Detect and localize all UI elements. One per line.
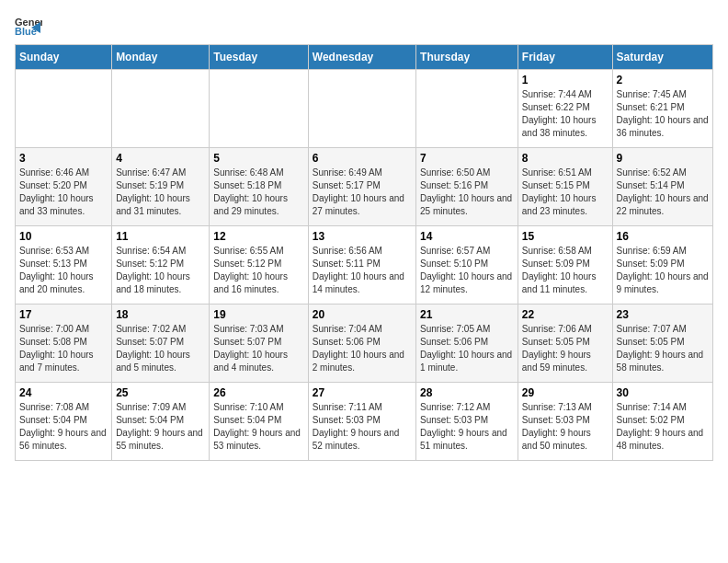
day-info: Sunrise: 7:45 AMSunset: 6:21 PMDaylight:… bbox=[617, 88, 709, 140]
day-info: Sunrise: 7:06 AMSunset: 5:05 PMDaylight:… bbox=[522, 323, 609, 374]
day-info: Sunrise: 6:47 AMSunset: 5:19 PMDaylight:… bbox=[116, 167, 205, 218]
logo-icon: General Blue bbox=[15, 15, 42, 37]
day-number: 20 bbox=[313, 308, 412, 321]
day-number: 25 bbox=[116, 386, 205, 399]
weekday-header-row: SundayMondayTuesdayWednesdayThursdayFrid… bbox=[16, 45, 713, 70]
day-info: Sunrise: 7:11 AMSunset: 5:03 PMDaylight:… bbox=[313, 401, 412, 453]
calendar-cell bbox=[308, 70, 415, 148]
calendar-cell: 14 Sunrise: 6:57 AMSunset: 5:10 PMDaylig… bbox=[416, 226, 518, 304]
day-info: Sunrise: 6:59 AMSunset: 5:09 PMDaylight:… bbox=[617, 245, 709, 296]
calendar-cell: 13 Sunrise: 6:56 AMSunset: 5:11 PMDaylig… bbox=[308, 226, 415, 304]
day-number: 6 bbox=[313, 152, 412, 165]
day-info: Sunrise: 7:02 AMSunset: 5:07 PMDaylight:… bbox=[116, 323, 205, 374]
calendar-cell: 4 Sunrise: 6:47 AMSunset: 5:19 PMDayligh… bbox=[112, 148, 210, 226]
day-number: 14 bbox=[420, 230, 514, 243]
day-info: Sunrise: 6:54 AMSunset: 5:12 PMDaylight:… bbox=[116, 245, 205, 296]
calendar-cell bbox=[112, 70, 210, 148]
calendar-cell: 21 Sunrise: 7:05 AMSunset: 5:06 PMDaylig… bbox=[416, 304, 518, 383]
calendar-cell: 9 Sunrise: 6:52 AMSunset: 5:14 PMDayligh… bbox=[612, 148, 712, 226]
calendar-cell: 30 Sunrise: 7:14 AMSunset: 5:02 PMDaylig… bbox=[612, 383, 712, 461]
calendar-cell: 8 Sunrise: 6:51 AMSunset: 5:15 PMDayligh… bbox=[518, 148, 612, 226]
calendar-cell: 16 Sunrise: 6:59 AMSunset: 5:09 PMDaylig… bbox=[612, 226, 712, 304]
day-number: 8 bbox=[522, 152, 609, 165]
day-number: 22 bbox=[522, 308, 609, 321]
calendar-cell: 18 Sunrise: 7:02 AMSunset: 5:07 PMDaylig… bbox=[112, 304, 210, 383]
day-number: 1 bbox=[522, 74, 609, 86]
calendar-cell bbox=[416, 70, 518, 148]
page-header: General Blue bbox=[15, 15, 713, 37]
calendar-week-2: 3 Sunrise: 6:46 AMSunset: 5:20 PMDayligh… bbox=[16, 148, 713, 226]
day-info: Sunrise: 6:52 AMSunset: 5:14 PMDaylight:… bbox=[617, 167, 709, 218]
day-number: 19 bbox=[213, 308, 303, 321]
day-info: Sunrise: 6:49 AMSunset: 5:17 PMDaylight:… bbox=[313, 167, 412, 218]
day-number: 23 bbox=[617, 308, 709, 321]
day-number: 24 bbox=[19, 386, 108, 399]
day-number: 9 bbox=[617, 152, 709, 165]
calendar-cell: 12 Sunrise: 6:55 AMSunset: 5:12 PMDaylig… bbox=[210, 226, 308, 304]
day-number: 12 bbox=[213, 230, 303, 243]
day-info: Sunrise: 7:00 AMSunset: 5:08 PMDaylight:… bbox=[19, 323, 108, 374]
day-number: 4 bbox=[116, 152, 205, 165]
calendar-cell: 26 Sunrise: 7:10 AMSunset: 5:04 PMDaylig… bbox=[210, 383, 308, 461]
day-info: Sunrise: 6:57 AMSunset: 5:10 PMDaylight:… bbox=[420, 245, 514, 296]
calendar-cell: 28 Sunrise: 7:12 AMSunset: 5:03 PMDaylig… bbox=[416, 383, 518, 461]
day-info: Sunrise: 7:04 AMSunset: 5:06 PMDaylight:… bbox=[313, 323, 412, 374]
day-info: Sunrise: 6:50 AMSunset: 5:16 PMDaylight:… bbox=[420, 167, 514, 218]
weekday-header-wednesday: Wednesday bbox=[308, 45, 415, 70]
day-info: Sunrise: 6:53 AMSunset: 5:13 PMDaylight:… bbox=[19, 245, 108, 296]
calendar-cell: 20 Sunrise: 7:04 AMSunset: 5:06 PMDaylig… bbox=[308, 304, 415, 383]
day-info: Sunrise: 7:13 AMSunset: 5:03 PMDaylight:… bbox=[522, 401, 609, 453]
calendar-week-5: 24 Sunrise: 7:08 AMSunset: 5:04 PMDaylig… bbox=[16, 383, 713, 461]
calendar-cell: 1 Sunrise: 7:44 AMSunset: 6:22 PMDayligh… bbox=[518, 70, 612, 148]
day-info: Sunrise: 7:03 AMSunset: 5:07 PMDaylight:… bbox=[213, 323, 303, 374]
day-number: 5 bbox=[213, 152, 303, 165]
calendar-cell: 23 Sunrise: 7:07 AMSunset: 5:05 PMDaylig… bbox=[612, 304, 712, 383]
calendar-cell: 17 Sunrise: 7:00 AMSunset: 5:08 PMDaylig… bbox=[16, 304, 112, 383]
weekday-header-tuesday: Tuesday bbox=[210, 45, 308, 70]
day-number: 13 bbox=[313, 230, 412, 243]
day-number: 15 bbox=[522, 230, 609, 243]
day-info: Sunrise: 7:05 AMSunset: 5:06 PMDaylight:… bbox=[420, 323, 514, 374]
weekday-header-saturday: Saturday bbox=[612, 45, 712, 70]
day-number: 18 bbox=[116, 308, 205, 321]
calendar-cell: 25 Sunrise: 7:09 AMSunset: 5:04 PMDaylig… bbox=[112, 383, 210, 461]
calendar-cell: 10 Sunrise: 6:53 AMSunset: 5:13 PMDaylig… bbox=[16, 226, 112, 304]
logo: General Blue bbox=[15, 15, 46, 37]
calendar-cell: 27 Sunrise: 7:11 AMSunset: 5:03 PMDaylig… bbox=[308, 383, 415, 461]
calendar-cell: 7 Sunrise: 6:50 AMSunset: 5:16 PMDayligh… bbox=[416, 148, 518, 226]
calendar-cell: 6 Sunrise: 6:49 AMSunset: 5:17 PMDayligh… bbox=[308, 148, 415, 226]
day-number: 21 bbox=[420, 308, 514, 321]
day-number: 7 bbox=[420, 152, 514, 165]
day-info: Sunrise: 7:08 AMSunset: 5:04 PMDaylight:… bbox=[19, 401, 108, 453]
svg-text:Blue: Blue bbox=[15, 26, 37, 37]
day-info: Sunrise: 7:44 AMSunset: 6:22 PMDaylight:… bbox=[522, 88, 609, 140]
day-info: Sunrise: 6:48 AMSunset: 5:18 PMDaylight:… bbox=[213, 167, 303, 218]
calendar-cell: 19 Sunrise: 7:03 AMSunset: 5:07 PMDaylig… bbox=[210, 304, 308, 383]
day-number: 27 bbox=[313, 386, 412, 399]
day-info: Sunrise: 6:55 AMSunset: 5:12 PMDaylight:… bbox=[213, 245, 303, 296]
day-number: 10 bbox=[19, 230, 108, 243]
day-number: 26 bbox=[213, 386, 303, 399]
day-number: 16 bbox=[617, 230, 709, 243]
day-number: 29 bbox=[522, 386, 609, 399]
day-number: 3 bbox=[19, 152, 108, 165]
calendar-cell: 2 Sunrise: 7:45 AMSunset: 6:21 PMDayligh… bbox=[612, 70, 712, 148]
day-number: 17 bbox=[19, 308, 108, 321]
day-info: Sunrise: 6:51 AMSunset: 5:15 PMDaylight:… bbox=[522, 167, 609, 218]
calendar-cell bbox=[16, 70, 112, 148]
day-info: Sunrise: 6:46 AMSunset: 5:20 PMDaylight:… bbox=[19, 167, 108, 218]
day-number: 2 bbox=[617, 74, 709, 86]
weekday-header-friday: Friday bbox=[518, 45, 612, 70]
weekday-header-thursday: Thursday bbox=[416, 45, 518, 70]
day-number: 28 bbox=[420, 386, 514, 399]
calendar-week-3: 10 Sunrise: 6:53 AMSunset: 5:13 PMDaylig… bbox=[16, 226, 713, 304]
calendar-cell: 29 Sunrise: 7:13 AMSunset: 5:03 PMDaylig… bbox=[518, 383, 612, 461]
calendar-cell: 3 Sunrise: 6:46 AMSunset: 5:20 PMDayligh… bbox=[16, 148, 112, 226]
day-info: Sunrise: 7:09 AMSunset: 5:04 PMDaylight:… bbox=[116, 401, 205, 453]
day-info: Sunrise: 7:07 AMSunset: 5:05 PMDaylight:… bbox=[617, 323, 709, 374]
day-info: Sunrise: 6:56 AMSunset: 5:11 PMDaylight:… bbox=[313, 245, 412, 296]
day-info: Sunrise: 7:12 AMSunset: 5:03 PMDaylight:… bbox=[420, 401, 514, 453]
day-info: Sunrise: 7:14 AMSunset: 5:02 PMDaylight:… bbox=[617, 401, 709, 453]
calendar-table: SundayMondayTuesdayWednesdayThursdayFrid… bbox=[15, 44, 713, 461]
calendar-cell bbox=[210, 70, 308, 148]
